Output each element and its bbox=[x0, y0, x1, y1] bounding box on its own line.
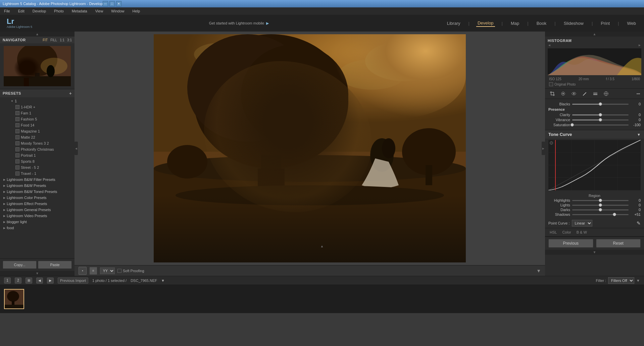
navigator-image[interactable] bbox=[4, 46, 71, 86]
filter-arrow[interactable]: ▼ bbox=[636, 279, 640, 283]
grid-button[interactable]: ⊞ bbox=[26, 278, 32, 284]
preset-item-moodytones[interactable]: Moody Tones 3 2 bbox=[0, 140, 75, 146]
vibrance-track[interactable] bbox=[572, 119, 629, 120]
view-mode-2-button[interactable]: 2 bbox=[15, 278, 21, 284]
sort-select[interactable]: ҮҮ bbox=[100, 267, 115, 274]
left-panel-collapse-arrow[interactable]: ◄ bbox=[75, 142, 78, 155]
preset-group-effect[interactable]: ▶ Lightroom Effect Presets bbox=[0, 201, 75, 207]
left-panel-bottom-arrow[interactable]: ▼ bbox=[0, 271, 75, 276]
preset-item-street[interactable]: Street - 5 2 bbox=[0, 164, 75, 170]
menu-metadata[interactable]: Metadata bbox=[70, 8, 89, 14]
menu-help[interactable]: Help bbox=[131, 8, 141, 14]
preset-item-fashion[interactable]: Fashion 5 bbox=[0, 116, 75, 122]
previous-button[interactable]: Previous bbox=[548, 239, 593, 248]
histogram-header[interactable]: Histogram bbox=[548, 38, 641, 43]
highlights-clipping-arrow[interactable]: ► bbox=[638, 43, 641, 47]
zoom-1to1[interactable]: 1:1 bbox=[60, 38, 64, 42]
shadows-track[interactable] bbox=[572, 214, 629, 215]
preset-item-fam[interactable]: Fam 1 bbox=[0, 110, 75, 116]
hsl-tab-bw[interactable]: B & W bbox=[575, 230, 588, 235]
soft-proofing-toggle[interactable]: Soft Proofing bbox=[117, 269, 144, 273]
toolbar-end-arrow[interactable]: ▼ bbox=[536, 268, 541, 274]
presence-header[interactable]: Presence bbox=[548, 107, 641, 111]
filter-select[interactable]: Filters Off bbox=[608, 277, 634, 284]
mobile-promo-banner[interactable]: Get started with Lightroom mobile ▶ bbox=[209, 21, 269, 26]
menu-develop[interactable]: Develop bbox=[31, 8, 47, 14]
preset-item-photonify[interactable]: Photonify Christmas bbox=[0, 146, 75, 152]
preset-item-portrait[interactable]: Portrait 1 bbox=[0, 152, 75, 158]
darks-thumb[interactable] bbox=[599, 208, 602, 211]
more-tools[interactable]: ••• bbox=[635, 90, 641, 97]
right-panel-collapse-arrow[interactable]: ► bbox=[542, 142, 545, 155]
point-curve-select[interactable]: Linear bbox=[572, 220, 592, 227]
view-mode-1-button[interactable]: 1 bbox=[4, 278, 11, 284]
minimize-button[interactable]: — bbox=[103, 1, 108, 6]
preset-group-food[interactable]: ▶ food bbox=[0, 225, 75, 231]
filmstrip-top-arrow[interactable]: ▲ bbox=[320, 244, 324, 248]
left-panel-top-arrow[interactable]: ▲ bbox=[0, 32, 75, 37]
menu-photo[interactable]: Photo bbox=[53, 8, 65, 14]
filename-dropdown-arrow[interactable]: ▼ bbox=[161, 279, 165, 283]
saturation-track[interactable] bbox=[572, 125, 629, 126]
tone-curve-graph[interactable] bbox=[548, 140, 641, 190]
adjustment-brush-tool[interactable] bbox=[580, 90, 589, 97]
preset-item-hdr[interactable]: 1-HDR + bbox=[0, 104, 75, 110]
prev-nav-button[interactable]: ◄ bbox=[36, 278, 43, 284]
tone-curve-radio[interactable] bbox=[550, 141, 553, 145]
module-slideshow[interactable]: Slideshow bbox=[562, 20, 585, 27]
preset-group-bwtoned[interactable]: ▶ Lightroom B&W Toned Presets bbox=[0, 189, 75, 195]
module-print[interactable]: Print bbox=[599, 20, 611, 27]
reset-button[interactable]: Reset bbox=[596, 239, 641, 248]
navigator-header[interactable]: Navigator FIT FILL 1:1 3:1 bbox=[0, 37, 75, 43]
saturation-thumb[interactable] bbox=[571, 123, 574, 127]
presets-header[interactable]: Presets + bbox=[0, 89, 75, 97]
blacks-thumb[interactable] bbox=[599, 102, 602, 106]
graduated-filter-tool[interactable] bbox=[591, 90, 600, 97]
module-develop[interactable]: Develop bbox=[476, 20, 495, 27]
hsl-tab-color[interactable]: Color bbox=[561, 230, 572, 235]
original-photo-toggle[interactable]: Original Photo bbox=[548, 82, 641, 87]
copy-button[interactable]: Copy... bbox=[3, 261, 37, 269]
tone-curve-header[interactable]: Tone Curve ▼ bbox=[545, 130, 644, 139]
filmstrip-item[interactable] bbox=[4, 289, 24, 309]
preset-group-video[interactable]: ▶ Lightroom Video Presets bbox=[0, 213, 75, 219]
module-web[interactable]: Web bbox=[626, 20, 637, 27]
module-map[interactable]: Map bbox=[509, 20, 521, 27]
shadows-thumb[interactable] bbox=[613, 213, 616, 216]
redeye-tool[interactable] bbox=[569, 90, 579, 97]
lights-thumb[interactable] bbox=[599, 203, 602, 207]
blacks-track[interactable] bbox=[572, 104, 629, 105]
module-library[interactable]: Library bbox=[446, 20, 462, 27]
menu-view[interactable]: View bbox=[94, 8, 105, 14]
crop-tool[interactable] bbox=[548, 90, 557, 97]
highlights-track[interactable] bbox=[572, 200, 629, 201]
hsl-tab-hsl[interactable]: HSL bbox=[548, 230, 558, 235]
spot-removal-tool[interactable] bbox=[558, 90, 568, 97]
preset-group-bw[interactable]: ▶ Lightroom B&W Presets bbox=[0, 183, 75, 189]
menu-window[interactable]: Window bbox=[110, 8, 126, 14]
preset-group-general[interactable]: ▶ Lightroom General Presets bbox=[0, 207, 75, 213]
tone-curve-target[interactable] bbox=[601, 90, 611, 97]
preset-item-matte[interactable]: Matte 22 bbox=[0, 134, 75, 140]
previous-import-button[interactable]: Previous Import bbox=[58, 278, 88, 284]
lights-track[interactable] bbox=[572, 205, 629, 206]
point-curve-edit-icon[interactable]: ✎ bbox=[637, 220, 641, 226]
menu-file[interactable]: File bbox=[3, 8, 11, 14]
menu-edit[interactable]: Edit bbox=[17, 8, 26, 14]
close-button[interactable]: ✕ bbox=[116, 1, 121, 6]
shadows-clipping-arrow[interactable]: ◄ bbox=[548, 43, 551, 47]
soft-proofing-checkbox[interactable] bbox=[117, 269, 121, 273]
next-nav-button[interactable]: ► bbox=[47, 278, 54, 284]
module-book[interactable]: Book bbox=[535, 20, 548, 27]
preset-item-sports[interactable]: Sports 8 bbox=[0, 158, 75, 164]
maximize-button[interactable]: □ bbox=[109, 1, 115, 6]
filename-display[interactable]: DSC_7965.NEF bbox=[131, 279, 157, 283]
grid-view-button[interactable]: ≡ bbox=[89, 267, 97, 275]
preset-item-magazine[interactable]: Magazine 1 bbox=[0, 128, 75, 134]
clarity-thumb[interactable] bbox=[599, 113, 602, 116]
loupe-view-button[interactable]: ▪ bbox=[79, 267, 87, 275]
presets-add-button[interactable]: + bbox=[69, 91, 72, 96]
vibrance-thumb[interactable] bbox=[599, 118, 602, 121]
zoom-fit[interactable]: FIT bbox=[43, 38, 48, 42]
zoom-3to1[interactable]: 3:1 bbox=[67, 38, 72, 42]
